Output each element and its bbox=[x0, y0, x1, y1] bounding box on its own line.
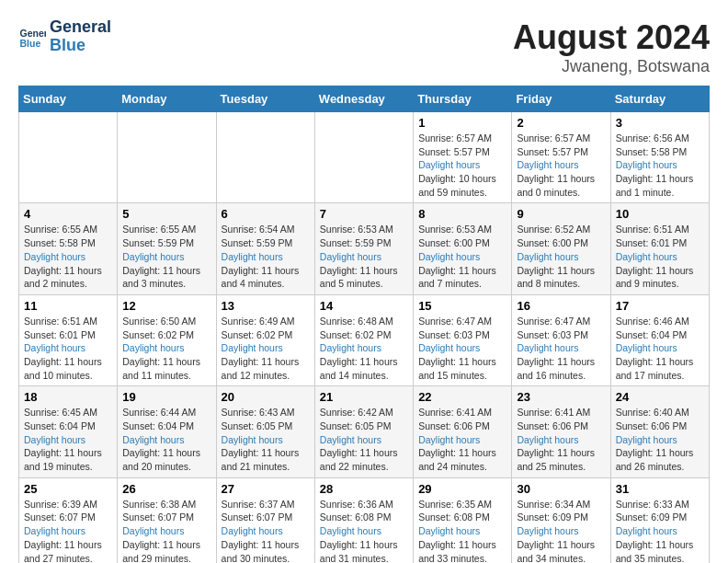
day-number: 6 bbox=[222, 207, 310, 221]
col-tuesday: Tuesday bbox=[216, 86, 314, 112]
daylight-hours-link[interactable]: Daylight hours bbox=[122, 250, 210, 264]
calendar-cell: 13Sunrise: 6:49 AM Sunset: 6:02 PM Dayli… bbox=[216, 294, 314, 385]
calendar-cell bbox=[314, 112, 413, 203]
daylight-hours-link[interactable]: Daylight hours bbox=[24, 250, 112, 264]
title-block: August 2024 Jwaneng, Botswana bbox=[513, 18, 710, 76]
day-info: Sunrise: 6:41 AM Sunset: 6:06 PM Dayligh… bbox=[418, 406, 506, 473]
day-info: Sunrise: 6:56 AM Sunset: 5:58 PM Dayligh… bbox=[616, 132, 704, 199]
daylight-hours-link[interactable]: Daylight hours bbox=[517, 250, 605, 264]
calendar-cell bbox=[118, 112, 216, 203]
daylight-hours-link[interactable]: Daylight hours bbox=[616, 250, 704, 264]
logo-icon: General Blue bbox=[18, 23, 46, 51]
day-number: 11 bbox=[24, 299, 112, 313]
calendar-cell: 20Sunrise: 6:43 AM Sunset: 6:05 PM Dayli… bbox=[216, 386, 314, 477]
calendar-cell: 27Sunrise: 6:37 AM Sunset: 6:07 PM Dayli… bbox=[216, 477, 314, 563]
daylight-hours-link[interactable]: Daylight hours bbox=[320, 524, 408, 538]
col-wednesday: Wednesday bbox=[314, 86, 413, 112]
day-number: 28 bbox=[320, 482, 408, 496]
logo[interactable]: General Blue General Blue bbox=[18, 18, 111, 55]
daylight-hours-link[interactable]: Daylight hours bbox=[24, 341, 112, 355]
day-info: Sunrise: 6:38 AM Sunset: 6:07 PM Dayligh… bbox=[122, 498, 210, 563]
day-number: 19 bbox=[122, 390, 210, 404]
daylight-hours-link[interactable]: Daylight hours bbox=[222, 250, 310, 264]
day-number: 20 bbox=[222, 390, 310, 404]
col-friday: Friday bbox=[512, 86, 610, 112]
calendar-cell: 5Sunrise: 6:55 AM Sunset: 5:59 PM Daylig… bbox=[118, 203, 216, 294]
col-saturday: Saturday bbox=[610, 86, 709, 112]
daylight-hours-link[interactable]: Daylight hours bbox=[320, 250, 408, 264]
calendar-cell: 6Sunrise: 6:54 AM Sunset: 5:59 PM Daylig… bbox=[216, 203, 314, 294]
col-sunday: Sunday bbox=[19, 86, 118, 112]
day-info: Sunrise: 6:43 AM Sunset: 6:05 PM Dayligh… bbox=[222, 406, 310, 473]
calendar-cell: 17Sunrise: 6:46 AM Sunset: 6:04 PM Dayli… bbox=[610, 294, 709, 385]
calendar-cell: 30Sunrise: 6:34 AM Sunset: 6:09 PM Dayli… bbox=[512, 477, 610, 563]
logo-text: General Blue bbox=[50, 18, 111, 55]
daylight-hours-link[interactable]: Daylight hours bbox=[24, 433, 112, 447]
daylight-hours-link[interactable]: Daylight hours bbox=[418, 524, 506, 538]
day-number: 24 bbox=[616, 390, 704, 404]
day-info: Sunrise: 6:55 AM Sunset: 5:58 PM Dayligh… bbox=[24, 223, 112, 290]
day-info: Sunrise: 6:51 AM Sunset: 6:01 PM Dayligh… bbox=[616, 223, 704, 290]
page-title: August 2024 bbox=[513, 18, 710, 57]
day-number: 13 bbox=[222, 299, 310, 313]
day-number: 27 bbox=[222, 482, 310, 496]
daylight-hours-link[interactable]: Daylight hours bbox=[222, 433, 310, 447]
daylight-hours-link[interactable]: Daylight hours bbox=[616, 158, 704, 172]
daylight-hours-link[interactable]: Daylight hours bbox=[418, 341, 506, 355]
day-number: 7 bbox=[320, 207, 408, 221]
daylight-hours-link[interactable]: Daylight hours bbox=[122, 524, 210, 538]
day-number: 5 bbox=[122, 207, 210, 221]
day-info: Sunrise: 6:35 AM Sunset: 6:08 PM Dayligh… bbox=[418, 498, 506, 563]
daylight-hours-link[interactable]: Daylight hours bbox=[122, 433, 210, 447]
daylight-hours-link[interactable]: Daylight hours bbox=[320, 341, 408, 355]
calendar-cell: 14Sunrise: 6:48 AM Sunset: 6:02 PM Dayli… bbox=[314, 294, 413, 385]
day-info: Sunrise: 6:48 AM Sunset: 6:02 PM Dayligh… bbox=[320, 315, 408, 382]
daylight-hours-link[interactable]: Daylight hours bbox=[418, 158, 506, 172]
day-info: Sunrise: 6:55 AM Sunset: 5:59 PM Dayligh… bbox=[122, 223, 210, 290]
day-number: 22 bbox=[418, 390, 506, 404]
calendar-cell: 15Sunrise: 6:47 AM Sunset: 6:03 PM Dayli… bbox=[414, 294, 512, 385]
day-number: 8 bbox=[418, 207, 506, 221]
day-number: 4 bbox=[24, 207, 112, 221]
daylight-hours-link[interactable]: Daylight hours bbox=[616, 433, 704, 447]
calendar-cell bbox=[216, 112, 314, 203]
day-number: 3 bbox=[616, 116, 704, 130]
daylight-hours-link[interactable]: Daylight hours bbox=[222, 341, 310, 355]
daylight-hours-link[interactable]: Daylight hours bbox=[222, 524, 310, 538]
day-info: Sunrise: 6:47 AM Sunset: 6:03 PM Dayligh… bbox=[418, 315, 506, 382]
daylight-hours-link[interactable]: Daylight hours bbox=[320, 433, 408, 447]
daylight-hours-link[interactable]: Daylight hours bbox=[122, 341, 210, 355]
daylight-hours-link[interactable]: Daylight hours bbox=[418, 250, 506, 264]
calendar-cell: 18Sunrise: 6:45 AM Sunset: 6:04 PM Dayli… bbox=[19, 386, 118, 477]
daylight-hours-link[interactable]: Daylight hours bbox=[517, 341, 605, 355]
day-info: Sunrise: 6:37 AM Sunset: 6:07 PM Dayligh… bbox=[222, 498, 310, 563]
day-info: Sunrise: 6:54 AM Sunset: 5:59 PM Dayligh… bbox=[222, 223, 310, 290]
daylight-hours-link[interactable]: Daylight hours bbox=[616, 341, 704, 355]
day-number: 9 bbox=[517, 207, 605, 221]
day-info: Sunrise: 6:34 AM Sunset: 6:09 PM Dayligh… bbox=[517, 498, 605, 563]
calendar-cell bbox=[19, 112, 118, 203]
day-info: Sunrise: 6:42 AM Sunset: 6:05 PM Dayligh… bbox=[320, 406, 408, 473]
daylight-hours-link[interactable]: Daylight hours bbox=[616, 524, 704, 538]
calendar-cell: 29Sunrise: 6:35 AM Sunset: 6:08 PM Dayli… bbox=[414, 477, 512, 563]
day-number: 12 bbox=[122, 299, 210, 313]
day-info: Sunrise: 6:52 AM Sunset: 6:00 PM Dayligh… bbox=[517, 223, 605, 290]
calendar-cell: 23Sunrise: 6:41 AM Sunset: 6:06 PM Dayli… bbox=[512, 386, 610, 477]
daylight-hours-link[interactable]: Daylight hours bbox=[517, 524, 605, 538]
calendar-cell: 31Sunrise: 6:33 AM Sunset: 6:09 PM Dayli… bbox=[610, 477, 709, 563]
daylight-hours-link[interactable]: Daylight hours bbox=[418, 433, 506, 447]
daylight-hours-link[interactable]: Daylight hours bbox=[517, 433, 605, 447]
week-row-3: 11Sunrise: 6:51 AM Sunset: 6:01 PM Dayli… bbox=[19, 294, 710, 385]
day-info: Sunrise: 6:57 AM Sunset: 5:57 PM Dayligh… bbox=[418, 132, 506, 199]
day-info: Sunrise: 6:36 AM Sunset: 6:08 PM Dayligh… bbox=[320, 498, 408, 563]
daylight-hours-link[interactable]: Daylight hours bbox=[24, 524, 112, 538]
daylight-hours-link[interactable]: Daylight hours bbox=[517, 158, 605, 172]
svg-text:Blue: Blue bbox=[20, 37, 41, 48]
day-info: Sunrise: 6:39 AM Sunset: 6:07 PM Dayligh… bbox=[24, 498, 112, 563]
col-monday: Monday bbox=[118, 86, 216, 112]
day-info: Sunrise: 6:46 AM Sunset: 6:04 PM Dayligh… bbox=[616, 315, 704, 382]
day-info: Sunrise: 6:57 AM Sunset: 5:57 PM Dayligh… bbox=[517, 132, 605, 199]
day-info: Sunrise: 6:53 AM Sunset: 5:59 PM Dayligh… bbox=[320, 223, 408, 290]
calendar-cell: 24Sunrise: 6:40 AM Sunset: 6:06 PM Dayli… bbox=[610, 386, 709, 477]
day-info: Sunrise: 6:40 AM Sunset: 6:06 PM Dayligh… bbox=[616, 406, 704, 473]
